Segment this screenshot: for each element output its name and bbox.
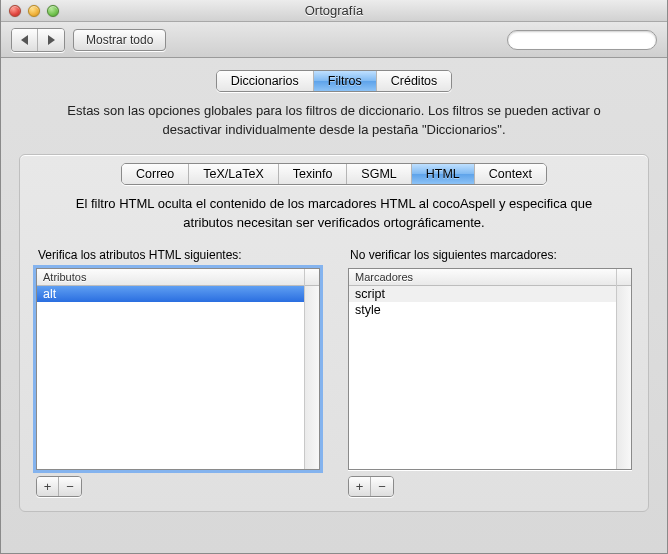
- list-item[interactable]: script: [349, 286, 616, 302]
- attributes-list[interactable]: Atributos alt: [36, 268, 320, 470]
- filter-tab-context[interactable]: Context: [475, 164, 546, 184]
- markers-label: No verificar los siguientes marcadores:: [350, 248, 632, 262]
- scrollbar[interactable]: [616, 269, 631, 469]
- toolbar: Mostrar todo: [1, 22, 667, 58]
- markers-add-button[interactable]: +: [349, 477, 371, 496]
- chevron-left-icon: [21, 35, 28, 45]
- main-tabbar: DiccionariosFiltrosCréditos: [19, 70, 649, 92]
- close-icon[interactable]: [9, 5, 21, 17]
- nav-back-forward: [11, 28, 65, 52]
- attributes-label: Verifica los atributos HTML siguientes:: [38, 248, 320, 262]
- preferences-window: Ortografía Mostrar todo DiccionariosFilt…: [0, 0, 668, 554]
- attributes-remove-button[interactable]: −: [59, 477, 81, 496]
- window-title: Ortografía: [1, 3, 667, 18]
- filter-tab-texinfo[interactable]: Texinfo: [279, 164, 348, 184]
- filter-tab-html[interactable]: HTML: [412, 164, 475, 184]
- markers-header[interactable]: Marcadores: [349, 269, 616, 286]
- markers-column: No verificar los siguientes marcadores: …: [348, 244, 632, 497]
- search-field[interactable]: [507, 30, 657, 50]
- search-input[interactable]: [518, 33, 668, 47]
- back-button[interactable]: [12, 29, 38, 51]
- minimize-icon[interactable]: [28, 5, 40, 17]
- markers-list[interactable]: Marcadores scriptstyle: [348, 268, 632, 470]
- html-filter-description: El filtro HTML oculta el contenido de lo…: [52, 195, 616, 233]
- list-item[interactable]: style: [349, 302, 616, 318]
- titlebar: Ortografía: [1, 0, 667, 22]
- tab-filtros[interactable]: Filtros: [314, 71, 377, 91]
- attributes-header[interactable]: Atributos: [37, 269, 304, 286]
- scrollbar[interactable]: [304, 269, 319, 469]
- list-item[interactable]: alt: [37, 286, 304, 302]
- tab-cr-ditos[interactable]: Créditos: [377, 71, 452, 91]
- zoom-icon[interactable]: [47, 5, 59, 17]
- tab-diccionarios[interactable]: Diccionarios: [217, 71, 314, 91]
- filter-tab-correo[interactable]: Correo: [122, 164, 189, 184]
- attributes-add-button[interactable]: +: [37, 477, 59, 496]
- filters-description: Estas son las opciones globales para los…: [49, 102, 619, 140]
- content: DiccionariosFiltrosCréditos Estas son la…: [1, 58, 667, 530]
- attributes-column: Verifica los atributos HTML siguientes: …: [36, 244, 320, 497]
- forward-button[interactable]: [38, 29, 64, 51]
- attributes-add-remove: + −: [36, 476, 82, 497]
- markers-remove-button[interactable]: −: [371, 477, 393, 496]
- chevron-right-icon: [48, 35, 55, 45]
- filter-tab-tex-latex[interactable]: TeX/LaTeX: [189, 164, 278, 184]
- filter-tab-sgml[interactable]: SGML: [347, 164, 411, 184]
- filters-panel: CorreoTeX/LaTeXTexinfoSGMLHTMLContext El…: [19, 154, 649, 513]
- window-controls: [1, 5, 59, 17]
- filter-tabbar: CorreoTeX/LaTeXTexinfoSGMLHTMLContext: [32, 163, 636, 185]
- markers-add-remove: + −: [348, 476, 394, 497]
- show-all-button[interactable]: Mostrar todo: [73, 29, 166, 51]
